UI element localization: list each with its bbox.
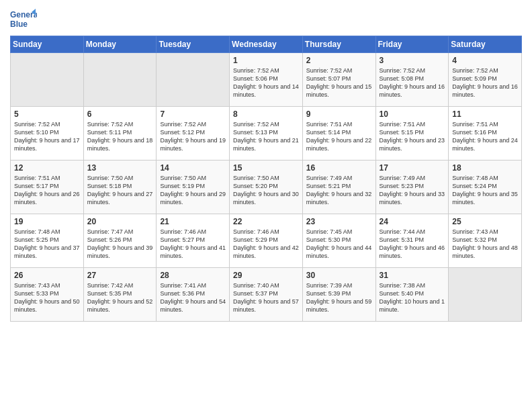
calendar-cell: 23Sunrise: 7:45 AMSunset: 5:30 PMDayligh…: [302, 214, 375, 268]
calendar-cell: 28Sunrise: 7:41 AMSunset: 5:36 PMDayligh…: [157, 268, 230, 322]
cell-content: Sunrise: 7:52 AMSunset: 5:12 PMDaylight:…: [160, 120, 226, 153]
cell-content: Sunrise: 7:52 AMSunset: 5:09 PMDaylight:…: [452, 66, 518, 99]
calendar-cell: 14Sunrise: 7:50 AMSunset: 5:19 PMDayligh…: [157, 161, 230, 214]
weekday-header: Wednesday: [230, 36, 303, 53]
cell-content: Sunrise: 7:43 AMSunset: 5:32 PMDaylight:…: [452, 228, 518, 261]
calendar-cell: 15Sunrise: 7:50 AMSunset: 5:20 PMDayligh…: [230, 161, 303, 214]
calendar-cell: 22Sunrise: 7:46 AMSunset: 5:29 PMDayligh…: [230, 214, 303, 268]
day-number: 3: [380, 56, 445, 65]
calendar-week-row: 26Sunrise: 7:43 AMSunset: 5:33 PMDayligh…: [11, 268, 522, 322]
calendar-cell: 30Sunrise: 7:39 AMSunset: 5:39 PMDayligh…: [302, 268, 375, 322]
calendar-cell: 1Sunrise: 7:52 AMSunset: 5:06 PMDaylight…: [230, 53, 303, 107]
logo-icon: General Blue: [10, 7, 37, 30]
calendar-week-row: 1Sunrise: 7:52 AMSunset: 5:06 PMDaylight…: [11, 53, 522, 107]
day-number: 14: [160, 163, 226, 173]
calendar-cell: 11Sunrise: 7:51 AMSunset: 5:16 PMDayligh…: [449, 107, 522, 161]
calendar-cell: 7Sunrise: 7:52 AMSunset: 5:12 PMDaylight…: [157, 107, 230, 161]
day-number: 12: [14, 163, 80, 173]
day-number: 2: [306, 56, 372, 65]
cell-content: Sunrise: 7:44 AMSunset: 5:31 PMDaylight:…: [380, 228, 445, 261]
calendar-header: SundayMondayTuesdayWednesdayThursdayFrid…: [11, 36, 522, 53]
calendar-cell: 9Sunrise: 7:51 AMSunset: 5:14 PMDaylight…: [302, 107, 375, 161]
svg-text:Blue: Blue: [10, 19, 28, 29]
day-number: 8: [233, 109, 299, 119]
calendar-cell: 12Sunrise: 7:51 AMSunset: 5:17 PMDayligh…: [11, 161, 84, 214]
calendar-cell: [157, 53, 230, 107]
day-number: 13: [87, 163, 153, 173]
calendar-cell: 26Sunrise: 7:43 AMSunset: 5:33 PMDayligh…: [11, 268, 84, 322]
day-number: 31: [380, 271, 445, 280]
day-number: 1: [233, 56, 299, 65]
cell-content: Sunrise: 7:49 AMSunset: 5:23 PMDaylight:…: [380, 174, 445, 207]
calendar-cell: [11, 53, 84, 107]
day-number: 30: [306, 271, 372, 280]
day-number: 18: [452, 163, 518, 173]
day-number: 22: [233, 217, 299, 226]
day-number: 6: [87, 109, 153, 119]
day-number: 10: [380, 109, 445, 119]
day-number: 19: [14, 217, 80, 226]
cell-content: Sunrise: 7:50 AMSunset: 5:18 PMDaylight:…: [87, 174, 153, 207]
page-container: General Blue SundayMondayTuesdayWednesda…: [0, 0, 532, 325]
cell-content: Sunrise: 7:50 AMSunset: 5:19 PMDaylight:…: [160, 174, 226, 207]
calendar-cell: [449, 268, 522, 322]
calendar-cell: 17Sunrise: 7:49 AMSunset: 5:23 PMDayligh…: [375, 161, 449, 214]
calendar-week-row: 19Sunrise: 7:48 AMSunset: 5:25 PMDayligh…: [11, 214, 522, 268]
calendar-cell: 10Sunrise: 7:51 AMSunset: 5:15 PMDayligh…: [375, 107, 449, 161]
day-number: 5: [14, 109, 80, 119]
cell-content: Sunrise: 7:48 AMSunset: 5:24 PMDaylight:…: [452, 174, 518, 207]
weekday-header: Tuesday: [157, 36, 230, 53]
cell-content: Sunrise: 7:50 AMSunset: 5:20 PMDaylight:…: [233, 174, 299, 207]
calendar-cell: 4Sunrise: 7:52 AMSunset: 5:09 PMDaylight…: [449, 53, 522, 107]
day-number: 21: [160, 217, 226, 226]
cell-content: Sunrise: 7:40 AMSunset: 5:37 PMDaylight:…: [233, 281, 299, 314]
day-number: 15: [233, 163, 299, 173]
header-row: General Blue: [10, 7, 522, 30]
calendar-cell: [83, 53, 157, 107]
weekday-header: Saturday: [449, 36, 522, 53]
calendar-cell: 5Sunrise: 7:52 AMSunset: 5:10 PMDaylight…: [11, 107, 84, 161]
cell-content: Sunrise: 7:42 AMSunset: 5:35 PMDaylight:…: [87, 281, 153, 314]
calendar-cell: 18Sunrise: 7:48 AMSunset: 5:24 PMDayligh…: [449, 161, 522, 214]
calendar-cell: 21Sunrise: 7:46 AMSunset: 5:27 PMDayligh…: [157, 214, 230, 268]
cell-content: Sunrise: 7:39 AMSunset: 5:39 PMDaylight:…: [306, 281, 372, 314]
cell-content: Sunrise: 7:51 AMSunset: 5:15 PMDaylight:…: [380, 120, 445, 153]
cell-content: Sunrise: 7:48 AMSunset: 5:25 PMDaylight:…: [14, 228, 80, 261]
cell-content: Sunrise: 7:52 AMSunset: 5:07 PMDaylight:…: [306, 66, 372, 99]
calendar-cell: 27Sunrise: 7:42 AMSunset: 5:35 PMDayligh…: [83, 268, 157, 322]
day-number: 17: [380, 163, 445, 173]
weekday-header: Monday: [83, 36, 157, 53]
calendar-cell: 20Sunrise: 7:47 AMSunset: 5:26 PMDayligh…: [83, 214, 157, 268]
cell-content: Sunrise: 7:46 AMSunset: 5:27 PMDaylight:…: [160, 228, 226, 261]
day-number: 28: [160, 271, 226, 280]
cell-content: Sunrise: 7:52 AMSunset: 5:13 PMDaylight:…: [233, 120, 299, 153]
day-number: 20: [87, 217, 153, 226]
cell-content: Sunrise: 7:47 AMSunset: 5:26 PMDaylight:…: [87, 228, 153, 261]
calendar-cell: 2Sunrise: 7:52 AMSunset: 5:07 PMDaylight…: [302, 53, 375, 107]
cell-content: Sunrise: 7:41 AMSunset: 5:36 PMDaylight:…: [160, 281, 226, 314]
calendar-cell: 29Sunrise: 7:40 AMSunset: 5:37 PMDayligh…: [230, 268, 303, 322]
day-number: 7: [160, 109, 226, 119]
calendar-week-row: 12Sunrise: 7:51 AMSunset: 5:17 PMDayligh…: [11, 161, 522, 214]
cell-content: Sunrise: 7:52 AMSunset: 5:10 PMDaylight:…: [14, 120, 80, 153]
day-number: 26: [14, 271, 80, 280]
calendar-cell: 31Sunrise: 7:38 AMSunset: 5:40 PMDayligh…: [375, 268, 449, 322]
day-number: 9: [306, 109, 372, 119]
cell-content: Sunrise: 7:51 AMSunset: 5:17 PMDaylight:…: [14, 174, 80, 207]
cell-content: Sunrise: 7:52 AMSunset: 5:06 PMDaylight:…: [233, 66, 299, 99]
day-number: 27: [87, 271, 153, 280]
calendar-cell: 16Sunrise: 7:49 AMSunset: 5:21 PMDayligh…: [302, 161, 375, 214]
calendar-cell: 25Sunrise: 7:43 AMSunset: 5:32 PMDayligh…: [449, 214, 522, 268]
day-number: 23: [306, 217, 372, 226]
cell-content: Sunrise: 7:43 AMSunset: 5:33 PMDaylight:…: [14, 281, 80, 314]
calendar-cell: 13Sunrise: 7:50 AMSunset: 5:18 PMDayligh…: [83, 161, 157, 214]
day-number: 25: [452, 217, 518, 226]
cell-content: Sunrise: 7:52 AMSunset: 5:11 PMDaylight:…: [87, 120, 153, 153]
day-number: 16: [306, 163, 372, 173]
day-number: 29: [233, 271, 299, 280]
cell-content: Sunrise: 7:38 AMSunset: 5:40 PMDaylight:…: [380, 281, 445, 314]
weekday-header: Friday: [375, 36, 449, 53]
cell-content: Sunrise: 7:49 AMSunset: 5:21 PMDaylight:…: [306, 174, 372, 207]
day-number: 4: [452, 56, 518, 65]
calendar-week-row: 5Sunrise: 7:52 AMSunset: 5:10 PMDaylight…: [11, 107, 522, 161]
